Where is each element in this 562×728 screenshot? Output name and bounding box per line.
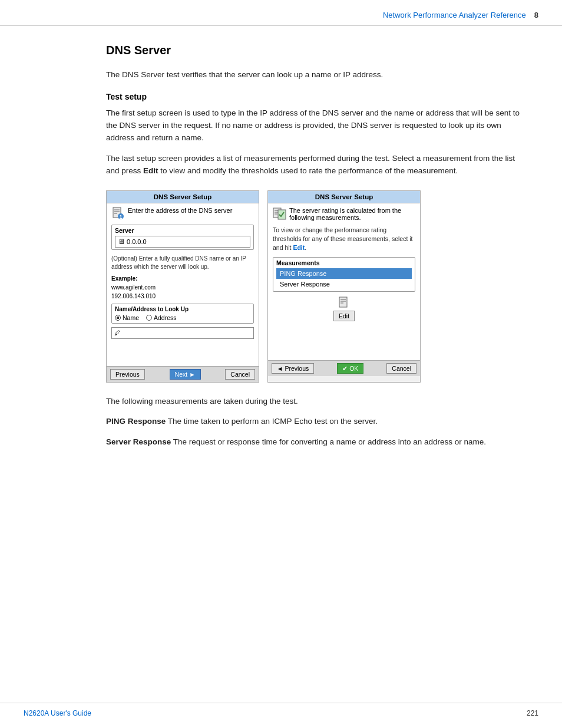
page-container: Network Performance Analyzer Reference 8… bbox=[0, 0, 562, 728]
radio-row: Name Address bbox=[115, 314, 250, 321]
right-panel-body: The server rating is calculated from the… bbox=[268, 203, 420, 361]
server-response-term: Server Response bbox=[106, 437, 171, 446]
radio-name-label: Name bbox=[123, 314, 139, 321]
ping-response-paragraph: PING Response The time taken to perform … bbox=[106, 416, 527, 428]
ping-response-label: PING Response bbox=[280, 270, 326, 277]
name-address-input[interactable]: 🖊 bbox=[111, 327, 254, 339]
document-icon: 1 bbox=[111, 207, 124, 220]
right-ok-button[interactable]: ✔ OK bbox=[337, 363, 363, 374]
example-line1: www.agilent.com bbox=[111, 284, 156, 291]
left-next-label: Next bbox=[175, 371, 188, 378]
radio-address-label: Address bbox=[154, 314, 177, 321]
svg-rect-11 bbox=[339, 297, 347, 307]
name-address-radio-group: Name/Address to Look Up Name Address bbox=[111, 304, 254, 324]
ping-response-item[interactable]: PING Response bbox=[276, 268, 412, 279]
radio-group-legend: Name/Address to Look Up bbox=[115, 306, 250, 312]
left-panel-titlebar: DNS Server Setup bbox=[107, 191, 259, 203]
optional-text: (Optional) Enter a fully qualified DNS n… bbox=[111, 255, 254, 271]
measurements-group: Measurements PING Response Server Respon… bbox=[273, 257, 415, 292]
radio-address-dot bbox=[146, 315, 152, 321]
para1: The first setup screen is used to type i… bbox=[106, 107, 527, 144]
header-title: Network Performance Analyzer Reference bbox=[383, 11, 526, 19]
edit-button[interactable]: Edit bbox=[333, 311, 355, 321]
server-value: 0.0.0.0 bbox=[127, 238, 147, 245]
measurements-legend: Measurements bbox=[276, 259, 412, 266]
example-block: Example: www.agilent.com 192.006.143.010 bbox=[111, 274, 254, 301]
right-panel-titlebar: DNS Server Setup bbox=[268, 191, 420, 203]
server-response-desc: The request or response time for convert… bbox=[171, 437, 486, 446]
radio-name-dot bbox=[115, 315, 121, 321]
left-next-button[interactable]: Next ► bbox=[170, 369, 201, 380]
subsection-title: Test setup bbox=[106, 92, 527, 101]
server-input-icon: 🖥 bbox=[118, 238, 125, 246]
section-title: DNS Server bbox=[106, 44, 527, 57]
page-footer: N2620A User's Guide 221 bbox=[0, 703, 562, 717]
para2: The last setup screen provides a list of… bbox=[106, 153, 527, 177]
edit-bold-inline: Edit bbox=[143, 166, 158, 175]
server-response-label: Server Response bbox=[280, 281, 330, 288]
radio-address-option[interactable]: Address bbox=[146, 314, 177, 321]
intro-paragraph: The DNS Server test verifies that the se… bbox=[106, 69, 527, 81]
left-panel-icon-text: Enter the address of the DNS server bbox=[128, 207, 232, 214]
example-label: Example: bbox=[111, 275, 137, 282]
left-panel-body: 1 Enter the address of the DNS server Se… bbox=[107, 203, 259, 366]
ping-response-desc: The time taken to perform an ICMP Echo t… bbox=[166, 417, 378, 426]
page-header: Network Performance Analyzer Reference 8 bbox=[0, 0, 562, 26]
example-line2: 192.006.143.010 bbox=[111, 293, 156, 299]
right-previous-button[interactable]: ◄ Previous bbox=[272, 363, 314, 374]
following-measurements-text: The following measurements are taken dur… bbox=[106, 396, 527, 408]
left-cancel-button[interactable]: Cancel bbox=[225, 369, 255, 380]
edit-link-text: Edit bbox=[293, 244, 305, 251]
server-response-item[interactable]: Server Response bbox=[276, 279, 412, 289]
edit-icon-row: Edit bbox=[273, 297, 415, 321]
header-page-number: 8 bbox=[534, 11, 538, 19]
radio-name-option[interactable]: Name bbox=[115, 314, 139, 321]
svg-text:1: 1 bbox=[119, 214, 122, 220]
footer-right: 221 bbox=[527, 709, 538, 717]
screenshots-row: DNS Server Setup 1 bbox=[106, 190, 527, 383]
left-panel-icon-row: 1 Enter the address of the DNS server bbox=[111, 207, 254, 220]
right-screenshot-panel: DNS Server Setup bbox=[267, 190, 421, 383]
ping-response-term: PING Response bbox=[106, 417, 166, 426]
left-previous-button[interactable]: Previous bbox=[110, 369, 145, 380]
ok-label: OK bbox=[349, 365, 358, 372]
right-panel-footer: ◄ Previous ✔ OK Cancel bbox=[268, 360, 420, 376]
right-previous-label: Previous bbox=[285, 365, 309, 372]
left-screenshot-panel: DNS Server Setup 1 bbox=[106, 190, 259, 383]
right-panel-icon-row: The server rating is calculated from the… bbox=[273, 207, 415, 221]
footer-left: N2620A User's Guide bbox=[24, 709, 91, 717]
server-group-label: Server bbox=[115, 227, 250, 234]
rating-icon bbox=[273, 207, 286, 220]
name-address-input-icon: 🖊 bbox=[114, 330, 120, 336]
main-content: DNS Server The DNS Server test verifies … bbox=[0, 26, 562, 475]
right-cancel-button[interactable]: Cancel bbox=[386, 363, 416, 374]
right-panel-icon-text: The server rating is calculated from the… bbox=[289, 207, 415, 221]
edit-icon bbox=[338, 297, 351, 311]
server-input[interactable]: 🖥 0.0.0.0 bbox=[115, 236, 250, 248]
server-field-group: Server 🖥 0.0.0.0 bbox=[111, 225, 254, 250]
server-response-paragraph: Server Response The request or response … bbox=[106, 436, 527, 449]
left-panel-footer: Previous Next ► Cancel bbox=[107, 366, 259, 382]
right-panel-desc: To view or change the performance rating… bbox=[273, 226, 415, 253]
